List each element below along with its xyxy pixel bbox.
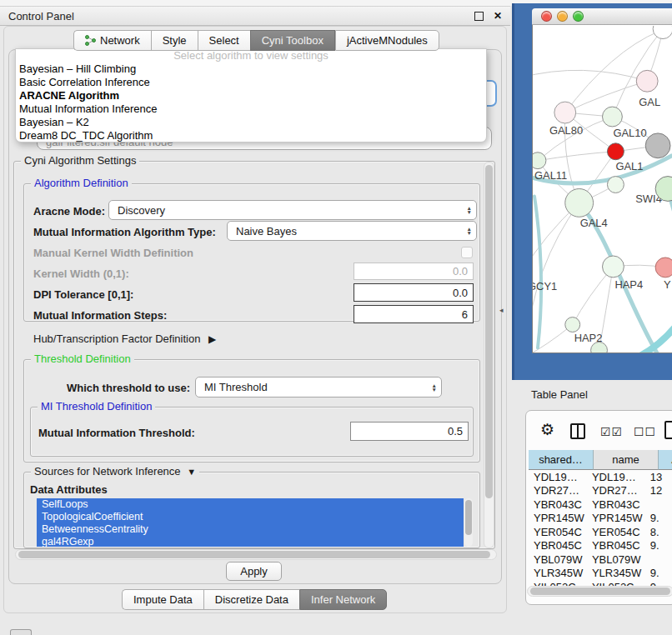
network-node-hap4[interactable]: [603, 256, 624, 278]
kernel-width-field[interactable]: 0.0: [354, 262, 474, 280]
float-icon[interactable]: [474, 12, 484, 21]
settings-hscroll-thumb[interactable]: [18, 551, 490, 558]
bottom-tab-bar: Impute DataDiscretize DataInfer Network: [122, 589, 387, 610]
table-row[interactable]: YBL079WYBL079W: [529, 552, 672, 567]
minimize-traffic-light[interactable]: [557, 11, 568, 22]
aracne-mode-combo[interactable]: Discovery ▲▼: [108, 200, 477, 220]
algorithm-option-bayesian-k2[interactable]: Bayesian – K2: [16, 116, 486, 129]
network-edge[interactable]: [534, 196, 541, 348]
mi-threshold-field[interactable]: 0.5: [350, 422, 469, 441]
zoom-traffic-light[interactable]: [573, 11, 584, 22]
network-node-gal80[interactable]: [554, 102, 576, 123]
hub-definition-toggle[interactable]: Hub/Transcription Factor Definition ▶: [33, 332, 216, 345]
network-node[interactable]: [645, 133, 670, 158]
tab-impute-data[interactable]: Impute Data: [122, 589, 203, 610]
gear-icon[interactable]: ⚙: [540, 420, 554, 439]
sources-group-title[interactable]: Sources for Network Inference ▼: [31, 465, 199, 478]
dpi-tolerance-field[interactable]: 0.0: [354, 283, 474, 302]
table-cell: 9.: [645, 539, 672, 552]
algorithm-dropdown: Select algorithm to view settings Bayesi…: [15, 48, 487, 142]
table-hscrollbar[interactable]: [527, 586, 672, 597]
network-node-gal1[interactable]: [607, 143, 624, 160]
tab-style[interactable]: Style: [151, 30, 198, 51]
function-builder-icon[interactable]: [664, 421, 672, 439]
table-cell: YDL19…: [529, 471, 587, 483]
table-row[interactable]: YBR043CYBR043C: [529, 498, 672, 512]
attr-scroll-thumb[interactable]: [465, 500, 472, 535]
network-node-gal10[interactable]: [603, 107, 623, 127]
tab-network[interactable]: Network: [73, 30, 151, 51]
table-cell: YDR27…: [529, 484, 587, 497]
table-row[interactable]: YDL19…YDL19…13: [529, 470, 672, 484]
network-edge[interactable]: [538, 152, 615, 161]
column-layout-icon[interactable]: [570, 423, 585, 439]
which-threshold-combo[interactable]: MI Threshold ▲▼: [195, 377, 442, 398]
algorithm-option-mutual-information-inference[interactable]: Mutual Information Inference: [16, 102, 486, 116]
network-node-label: GAL1: [615, 160, 643, 172]
table-row[interactable]: YDR27…YDR27…12: [529, 484, 672, 498]
close-icon[interactable]: ✕: [494, 10, 502, 22]
algorithm-option-aracne-algorithm[interactable]: ARACNE Algorithm: [16, 89, 486, 102]
settings-vscrollbar[interactable]: [484, 162, 494, 548]
mi-threshold-label: Mutual Information Threshold:: [38, 427, 195, 439]
apply-button[interactable]: Apply: [226, 562, 282, 581]
deselect-all-checks-icon[interactable]: ☐☐: [634, 425, 656, 438]
table-cell: 9.: [645, 512, 672, 524]
network-node-gal[interactable]: [636, 70, 658, 92]
table-hscroll-thumb[interactable]: [530, 588, 670, 595]
manual-kernel-checkbox[interactable]: [461, 247, 473, 258]
settings-vscroll-thumb[interactable]: [485, 165, 493, 498]
attribute-item-betweennesscentrality[interactable]: BetweennessCentrality: [37, 523, 464, 536]
select-all-checks-icon[interactable]: ☑☑: [600, 425, 623, 438]
network-node-gal4[interactable]: [565, 189, 594, 218]
table-row[interactable]: YIL052CYIL052C9.: [529, 580, 672, 586]
settings-hscrollbar[interactable]: [15, 549, 497, 560]
network-window-titlebar[interactable]: [532, 8, 672, 25]
mi-type-combo[interactable]: Naive Bayes ▲▼: [227, 221, 477, 241]
hub-definition-label: Hub/Transcription Factor Definition: [33, 332, 200, 345]
which-threshold-label: Which threshold to use:: [67, 382, 190, 394]
caret-right-icon: ▶: [208, 333, 216, 345]
close-traffic-light[interactable]: [541, 11, 552, 22]
network-canvas[interactable]: GALGAL80GAL10GAL1GAL11SWI4GAL4GCY1HAP4YH…: [533, 26, 672, 352]
column-header-name[interactable]: name: [594, 450, 659, 470]
threshold-definition-title: Threshold Definition: [31, 352, 134, 365]
table-row[interactable]: YER054CYER054C8.: [529, 525, 672, 539]
panel-title: Control Panel: [8, 10, 474, 22]
network-node-hap2[interactable]: [565, 318, 580, 332]
attribute-item-selfloops[interactable]: SelfLoops: [37, 498, 464, 511]
algorithm-option-bayesian-hill-climbing[interactable]: Bayesian – Hill Climbing: [16, 62, 486, 76]
table-row[interactable]: YLR345WYLR345W9.: [529, 567, 672, 581]
network-icon: [85, 35, 96, 46]
attribute-item-gal4rgexp[interactable]: gal4RGexp: [37, 536, 464, 547]
mi-type-value: Naive Bayes: [236, 225, 297, 238]
network-node-y[interactable]: [655, 258, 672, 278]
attribute-item-topologicalcoefficient[interactable]: TopologicalCoefficient: [37, 511, 464, 523]
tab-cyni-toolbox[interactable]: Cyni Toolbox: [250, 30, 335, 51]
tab-select[interactable]: Select: [198, 30, 250, 51]
manual-kernel-label: Manual Kernel Width Definition: [33, 247, 193, 259]
minimized-panel-icon[interactable]: [10, 629, 32, 635]
table-cell: YBR043C: [529, 498, 587, 511]
tab-infer-network[interactable]: Infer Network: [299, 589, 387, 610]
column-header-a[interactable]: A: [659, 450, 672, 470]
algorithm-option-dream8-dc-tdc-algorithm[interactable]: Dream8 DC_TDC Algorithm: [16, 129, 486, 142]
caret-down-icon: ▼: [187, 467, 196, 477]
algorithm-option-basic-correlation-inference[interactable]: Basic Correlation Inference: [16, 76, 486, 89]
network-node-gal11[interactable]: [533, 152, 546, 169]
mi-steps-field[interactable]: 6: [354, 305, 474, 323]
tab-jactivemnodules[interactable]: jActiveMNodules: [335, 30, 439, 51]
column-header-shared-[interactable]: shared…: [529, 450, 594, 470]
sources-title-text: Sources for Network Inference: [34, 465, 181, 478]
divider-collapse-arrow[interactable]: ◂: [499, 306, 504, 314]
network-node-swi4[interactable]: [607, 177, 624, 193]
table-row[interactable]: YBR045CYBR045C9.: [529, 539, 672, 553]
network-node[interactable]: [653, 26, 672, 39]
tab-discretize-data[interactable]: Discretize Data: [203, 589, 299, 610]
control-panel-header: Control Panel ✕: [0, 6, 510, 26]
table-row[interactable]: YPR145WYPR145W9.: [529, 512, 672, 526]
attr-list-scrollbar[interactable]: [464, 498, 473, 547]
table-cell: YBL079W: [529, 553, 587, 566]
network-node-label: Y: [664, 278, 671, 291]
combo-arrows-icon: ▲▼: [467, 206, 472, 214]
